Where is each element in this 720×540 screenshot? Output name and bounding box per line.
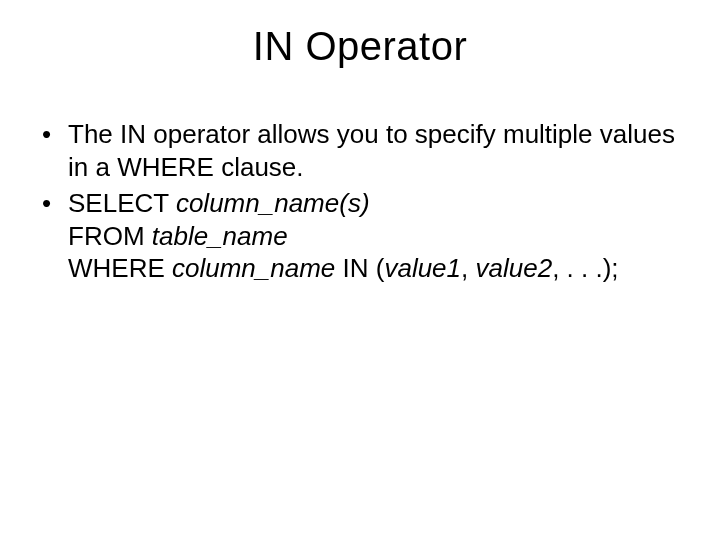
sql-comma1: ,	[461, 253, 475, 283]
sql-tail: , . . .);	[552, 253, 618, 283]
sql-value1: value1	[384, 253, 461, 283]
slide-title: IN Operator	[0, 24, 720, 69]
sql-columns: column_name(s)	[176, 188, 370, 218]
sql-from-kw: FROM	[68, 221, 152, 251]
bullet-list: The IN operator allows you to specify mu…	[36, 118, 684, 285]
sql-where-col: column_name	[172, 253, 335, 283]
sql-table: table_name	[152, 221, 288, 251]
slide: IN Operator The IN operator allows you t…	[0, 0, 720, 540]
bullet-item-2: SELECT column_name(s) FROM table_name WH…	[36, 187, 684, 285]
bullet-text-1: The IN operator allows you to specify mu…	[68, 119, 675, 182]
sql-in-kw: IN (	[335, 253, 384, 283]
sql-value2: value2	[476, 253, 553, 283]
slide-body: The IN operator allows you to specify mu…	[36, 118, 684, 289]
sql-where-kw: WHERE	[68, 253, 172, 283]
bullet-item-1: The IN operator allows you to specify mu…	[36, 118, 684, 183]
sql-select-kw: SELECT	[68, 188, 176, 218]
